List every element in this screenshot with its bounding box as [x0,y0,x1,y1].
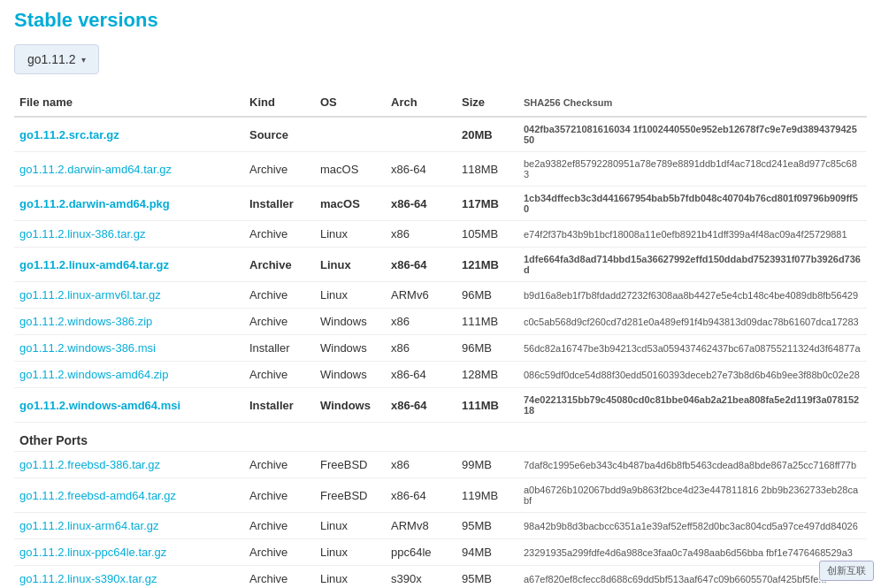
file-link[interactable]: go1.11.2.freebsd-amd64.tar.gz [19,489,176,502]
cell-checksum: 74e0221315bb79c45080cd0c81bbe046ab2a21be… [518,388,867,423]
cell-os: Windows [315,335,386,362]
cell-arch: x86 [386,309,456,335]
cell-os [315,117,386,152]
file-link[interactable]: go1.11.2.windows-386.zip [19,315,152,328]
cell-arch: x86-64 [386,152,456,187]
cell-os: FreeBSD [315,478,386,513]
cell-kind: Archive [244,152,315,187]
file-link[interactable]: go1.11.2.linux-s390x.tar.gz [19,572,157,585]
cell-os: macOS [315,152,386,187]
cell-size: 96MB [456,282,518,309]
cell-checksum: 1cb34dffecb3c3d441667954bab5b7fdb048c407… [518,187,867,221]
cell-os: Linux [315,282,386,309]
version-dropdown[interactable]: go1.11.2 ▾ [14,44,99,74]
watermark: 创新互联 [819,561,874,581]
cell-checksum: 7daf8c1995e6eb343c4b487ba4d6b8fb5463cdea… [518,452,867,478]
cell-arch: x86-64 [386,362,456,388]
cell-arch: ppc64le [386,539,456,566]
cell-os: Windows [315,388,386,423]
downloads-table: File name Kind OS Arch Size SHA256 Check… [14,88,867,588]
cell-arch: x86-64 [386,248,456,282]
cell-kind: Source [244,117,315,152]
table-row: go1.11.2.linux-s390x.tar.gzArchiveLinuxs… [14,566,867,589]
cell-arch: x86-64 [386,478,456,513]
file-link[interactable]: go1.11.2.src.tar.gz [19,128,119,141]
cell-kind: Archive [244,513,315,539]
cell-checksum: be2a9382ef85792280951a78e789e8891ddb1df4… [518,152,867,187]
cell-arch: s390x [386,566,456,589]
page-title: Stable versions [14,9,867,32]
version-label: go1.11.2 [27,52,76,66]
file-link[interactable]: go1.11.2.windows-amd64.msi [19,399,180,412]
cell-os: Windows [315,362,386,388]
table-row: go1.11.2.linux-ppc64le.tar.gzArchiveLinu… [14,539,867,566]
cell-kind: Archive [244,248,315,282]
file-link[interactable]: go1.11.2.linux-amd64.tar.gz [19,258,169,271]
cell-size: 105MB [456,221,518,248]
cell-size: 111MB [456,309,518,335]
table-row: go1.11.2.linux-armv6l.tar.gzArchiveLinux… [14,282,867,309]
cell-checksum: a0b46726b102067bdd9a9b863f2bce4d23e44781… [518,478,867,513]
table-row: go1.11.2.windows-amd64.msiInstallerWindo… [14,388,867,423]
cell-kind: Archive [244,539,315,566]
col-header-size: Size [456,88,518,117]
file-link[interactable]: go1.11.2.linux-386.tar.gz [19,227,145,241]
cell-kind: Installer [244,388,315,423]
cell-size: 95MB [456,513,518,539]
cell-kind: Archive [244,282,315,309]
cell-checksum: e74f2f37b43b9b1bcf18008a11e0efb8921b41df… [518,221,867,248]
col-header-os: OS [315,88,386,117]
cell-checksum: b9d16a8eb1f7b8fdadd27232f6308aa8b4427e5e… [518,282,867,309]
file-link[interactable]: go1.11.2.linux-ppc64le.tar.gz [19,546,166,559]
cell-os: Linux [315,566,386,589]
col-header-kind: Kind [244,88,315,117]
col-header-filename: File name [14,88,244,117]
col-header-checksum: SHA256 Checksum [518,88,867,117]
cell-arch: x86 [386,452,456,478]
cell-size: 128MB [456,362,518,388]
cell-arch: x86-64 [386,388,456,423]
cell-os: FreeBSD [315,452,386,478]
table-row: go1.11.2.windows-386.zipArchiveWindowsx8… [14,309,867,335]
file-link[interactable]: go1.11.2.freebsd-386.tar.gz [19,458,160,471]
file-link[interactable]: go1.11.2.darwin-amd64.pkg [19,197,170,210]
cell-checksum: 23291935a299fdfe4d6a988ce3faa0c7a498aab6… [518,539,867,566]
table-row: go1.11.2.src.tar.gzSource20MB042fba35721… [14,117,867,152]
table-row: go1.11.2.darwin-amd64.tar.gzArchivemacOS… [14,152,867,187]
table-row: go1.11.2.linux-386.tar.gzArchiveLinuxx86… [14,221,867,248]
table-header-row: File name Kind OS Arch Size SHA256 Check… [14,88,867,117]
cell-size: 117MB [456,187,518,221]
cell-os: Linux [315,539,386,566]
cell-arch: ARMv6 [386,282,456,309]
cell-kind: Archive [244,362,315,388]
cell-size: 94MB [456,539,518,566]
table-row: go1.11.2.freebsd-386.tar.gzArchiveFreeBS… [14,452,867,478]
cell-kind: Installer [244,187,315,221]
cell-arch: x86 [386,335,456,362]
file-link[interactable]: go1.11.2.linux-arm64.tar.gz [19,519,159,532]
cell-arch [386,117,456,152]
file-link[interactable]: go1.11.2.windows-amd64.zip [19,368,168,381]
cell-os: macOS [315,187,386,221]
cell-os: Windows [315,309,386,335]
cell-size: 111MB [456,388,518,423]
col-header-arch: Arch [386,88,456,117]
cell-checksum: 1dfe664fa3d8ad714bbd15a36627992effd150dd… [518,248,867,282]
file-link[interactable]: go1.11.2.windows-386.msi [19,341,156,355]
cell-checksum: 98a42b9b8d3bacbcc6351a1e39af52eff582d0bc… [518,513,867,539]
file-link[interactable]: go1.11.2.linux-armv6l.tar.gz [19,288,161,302]
table-row: go1.11.2.freebsd-amd64.tar.gzArchiveFree… [14,478,867,513]
table-row: go1.11.2.linux-amd64.tar.gzArchiveLinuxx… [14,248,867,282]
cell-size: 119MB [456,478,518,513]
cell-checksum: c0c5ab568d9cf260cd7d281e0a489ef91f4b9438… [518,309,867,335]
cell-kind: Archive [244,478,315,513]
cell-kind: Archive [244,309,315,335]
file-link[interactable]: go1.11.2.darwin-amd64.tar.gz [19,163,172,176]
cell-size: 99MB [456,452,518,478]
cell-checksum: 56dc82a16747be3b94213cd53a059437462437bc… [518,335,867,362]
cell-size: 95MB [456,566,518,589]
table-row: go1.11.2.windows-amd64.zipArchiveWindows… [14,362,867,388]
cell-size: 20MB [456,117,518,152]
cell-os: Linux [315,248,386,282]
cell-kind: Archive [244,221,315,248]
